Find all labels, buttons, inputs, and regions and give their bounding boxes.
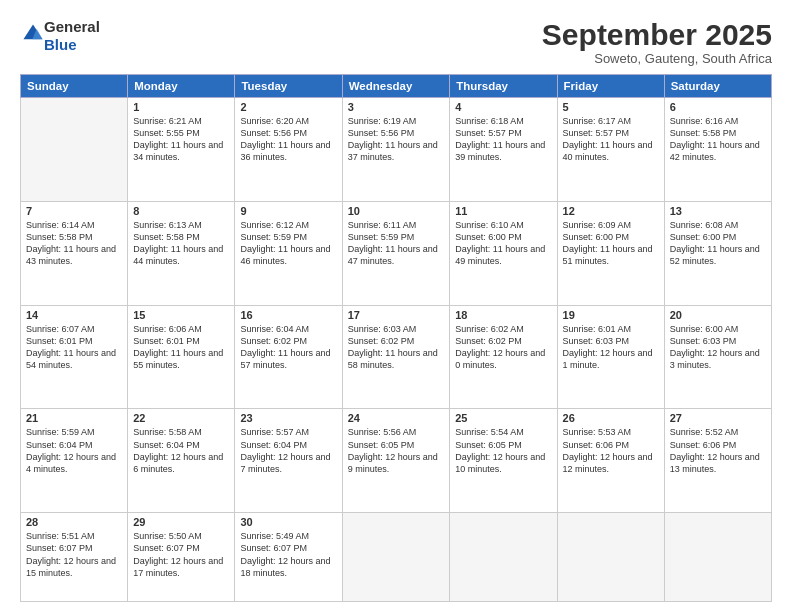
day-number: 17: [348, 309, 445, 321]
day-number: 2: [240, 101, 336, 113]
calendar-cell: 7Sunrise: 6:14 AMSunset: 5:58 PMDaylight…: [21, 201, 128, 305]
calendar-cell: 3Sunrise: 6:19 AMSunset: 5:56 PMDaylight…: [342, 98, 450, 202]
day-number: 12: [563, 205, 659, 217]
header: General Blue September 2025 Soweto, Gaut…: [20, 18, 772, 66]
day-number: 26: [563, 412, 659, 424]
cell-info: Sunrise: 5:56 AMSunset: 6:05 PMDaylight:…: [348, 426, 445, 475]
calendar-cell: 27Sunrise: 5:52 AMSunset: 6:06 PMDayligh…: [664, 409, 771, 513]
calendar-cell: 9Sunrise: 6:12 AMSunset: 5:59 PMDaylight…: [235, 201, 342, 305]
day-number: 23: [240, 412, 336, 424]
logo: General Blue: [20, 18, 100, 54]
cell-info: Sunrise: 5:53 AMSunset: 6:06 PMDaylight:…: [563, 426, 659, 475]
column-header-sunday: Sunday: [21, 75, 128, 98]
calendar-cell: 18Sunrise: 6:02 AMSunset: 6:02 PMDayligh…: [450, 305, 557, 409]
calendar-cell: 23Sunrise: 5:57 AMSunset: 6:04 PMDayligh…: [235, 409, 342, 513]
calendar-week-2: 7Sunrise: 6:14 AMSunset: 5:58 PMDaylight…: [21, 201, 772, 305]
calendar-cell: 8Sunrise: 6:13 AMSunset: 5:58 PMDaylight…: [128, 201, 235, 305]
calendar-cell: 4Sunrise: 6:18 AMSunset: 5:57 PMDaylight…: [450, 98, 557, 202]
cell-info: Sunrise: 5:59 AMSunset: 6:04 PMDaylight:…: [26, 426, 122, 475]
day-number: 10: [348, 205, 445, 217]
calendar-cell: 30Sunrise: 5:49 AMSunset: 6:07 PMDayligh…: [235, 513, 342, 602]
cell-info: Sunrise: 6:13 AMSunset: 5:58 PMDaylight:…: [133, 219, 229, 268]
calendar-cell: 22Sunrise: 5:58 AMSunset: 6:04 PMDayligh…: [128, 409, 235, 513]
calendar-cell: 2Sunrise: 6:20 AMSunset: 5:56 PMDaylight…: [235, 98, 342, 202]
day-number: 28: [26, 516, 122, 528]
calendar-cell: 29Sunrise: 5:50 AMSunset: 6:07 PMDayligh…: [128, 513, 235, 602]
cell-info: Sunrise: 5:49 AMSunset: 6:07 PMDaylight:…: [240, 530, 336, 579]
day-number: 22: [133, 412, 229, 424]
column-header-friday: Friday: [557, 75, 664, 98]
day-number: 13: [670, 205, 766, 217]
day-number: 14: [26, 309, 122, 321]
day-number: 20: [670, 309, 766, 321]
cell-info: Sunrise: 6:18 AMSunset: 5:57 PMDaylight:…: [455, 115, 551, 164]
calendar-week-3: 14Sunrise: 6:07 AMSunset: 6:01 PMDayligh…: [21, 305, 772, 409]
cell-info: Sunrise: 6:14 AMSunset: 5:58 PMDaylight:…: [26, 219, 122, 268]
cell-info: Sunrise: 6:20 AMSunset: 5:56 PMDaylight:…: [240, 115, 336, 164]
day-number: 6: [670, 101, 766, 113]
day-number: 30: [240, 516, 336, 528]
calendar-cell: 11Sunrise: 6:10 AMSunset: 6:00 PMDayligh…: [450, 201, 557, 305]
day-number: 7: [26, 205, 122, 217]
calendar-cell: 21Sunrise: 5:59 AMSunset: 6:04 PMDayligh…: [21, 409, 128, 513]
calendar-cell: [21, 98, 128, 202]
logo-blue: Blue: [44, 36, 100, 54]
calendar-week-5: 28Sunrise: 5:51 AMSunset: 6:07 PMDayligh…: [21, 513, 772, 602]
day-number: 24: [348, 412, 445, 424]
day-number: 19: [563, 309, 659, 321]
cell-info: Sunrise: 6:07 AMSunset: 6:01 PMDaylight:…: [26, 323, 122, 372]
day-number: 21: [26, 412, 122, 424]
month-title: September 2025: [542, 18, 772, 51]
cell-info: Sunrise: 5:58 AMSunset: 6:04 PMDaylight:…: [133, 426, 229, 475]
cell-info: Sunrise: 6:06 AMSunset: 6:01 PMDaylight:…: [133, 323, 229, 372]
cell-info: Sunrise: 6:02 AMSunset: 6:02 PMDaylight:…: [455, 323, 551, 372]
calendar-cell: 15Sunrise: 6:06 AMSunset: 6:01 PMDayligh…: [128, 305, 235, 409]
calendar-cell: [450, 513, 557, 602]
column-header-tuesday: Tuesday: [235, 75, 342, 98]
cell-info: Sunrise: 6:16 AMSunset: 5:58 PMDaylight:…: [670, 115, 766, 164]
calendar-cell: 28Sunrise: 5:51 AMSunset: 6:07 PMDayligh…: [21, 513, 128, 602]
cell-info: Sunrise: 5:52 AMSunset: 6:06 PMDaylight:…: [670, 426, 766, 475]
cell-info: Sunrise: 5:54 AMSunset: 6:05 PMDaylight:…: [455, 426, 551, 475]
title-block: September 2025 Soweto, Gauteng, South Af…: [542, 18, 772, 66]
day-number: 1: [133, 101, 229, 113]
day-number: 27: [670, 412, 766, 424]
location-subtitle: Soweto, Gauteng, South Africa: [542, 51, 772, 66]
cell-info: Sunrise: 5:57 AMSunset: 6:04 PMDaylight:…: [240, 426, 336, 475]
logo-icon: [22, 23, 44, 45]
cell-info: Sunrise: 6:04 AMSunset: 6:02 PMDaylight:…: [240, 323, 336, 372]
day-number: 15: [133, 309, 229, 321]
calendar-header-row: SundayMondayTuesdayWednesdayThursdayFrid…: [21, 75, 772, 98]
calendar-cell: 10Sunrise: 6:11 AMSunset: 5:59 PMDayligh…: [342, 201, 450, 305]
calendar-cell: 14Sunrise: 6:07 AMSunset: 6:01 PMDayligh…: [21, 305, 128, 409]
calendar-cell: 13Sunrise: 6:08 AMSunset: 6:00 PMDayligh…: [664, 201, 771, 305]
calendar-cell: 1Sunrise: 6:21 AMSunset: 5:55 PMDaylight…: [128, 98, 235, 202]
cell-info: Sunrise: 6:19 AMSunset: 5:56 PMDaylight:…: [348, 115, 445, 164]
day-number: 9: [240, 205, 336, 217]
cell-info: Sunrise: 6:11 AMSunset: 5:59 PMDaylight:…: [348, 219, 445, 268]
cell-info: Sunrise: 6:08 AMSunset: 6:00 PMDaylight:…: [670, 219, 766, 268]
cell-info: Sunrise: 5:50 AMSunset: 6:07 PMDaylight:…: [133, 530, 229, 579]
calendar-cell: 26Sunrise: 5:53 AMSunset: 6:06 PMDayligh…: [557, 409, 664, 513]
cell-info: Sunrise: 6:01 AMSunset: 6:03 PMDaylight:…: [563, 323, 659, 372]
cell-info: Sunrise: 5:51 AMSunset: 6:07 PMDaylight:…: [26, 530, 122, 579]
cell-info: Sunrise: 6:12 AMSunset: 5:59 PMDaylight:…: [240, 219, 336, 268]
calendar-cell: 19Sunrise: 6:01 AMSunset: 6:03 PMDayligh…: [557, 305, 664, 409]
calendar-week-4: 21Sunrise: 5:59 AMSunset: 6:04 PMDayligh…: [21, 409, 772, 513]
day-number: 4: [455, 101, 551, 113]
page: General Blue September 2025 Soweto, Gaut…: [0, 0, 792, 612]
day-number: 29: [133, 516, 229, 528]
calendar-cell: 6Sunrise: 6:16 AMSunset: 5:58 PMDaylight…: [664, 98, 771, 202]
day-number: 8: [133, 205, 229, 217]
cell-info: Sunrise: 6:00 AMSunset: 6:03 PMDaylight:…: [670, 323, 766, 372]
calendar-table: SundayMondayTuesdayWednesdayThursdayFrid…: [20, 74, 772, 602]
day-number: 5: [563, 101, 659, 113]
day-number: 16: [240, 309, 336, 321]
calendar-cell: 24Sunrise: 5:56 AMSunset: 6:05 PMDayligh…: [342, 409, 450, 513]
cell-info: Sunrise: 6:17 AMSunset: 5:57 PMDaylight:…: [563, 115, 659, 164]
calendar-cell: [557, 513, 664, 602]
day-number: 25: [455, 412, 551, 424]
cell-info: Sunrise: 6:09 AMSunset: 6:00 PMDaylight:…: [563, 219, 659, 268]
day-number: 11: [455, 205, 551, 217]
cell-info: Sunrise: 6:10 AMSunset: 6:00 PMDaylight:…: [455, 219, 551, 268]
